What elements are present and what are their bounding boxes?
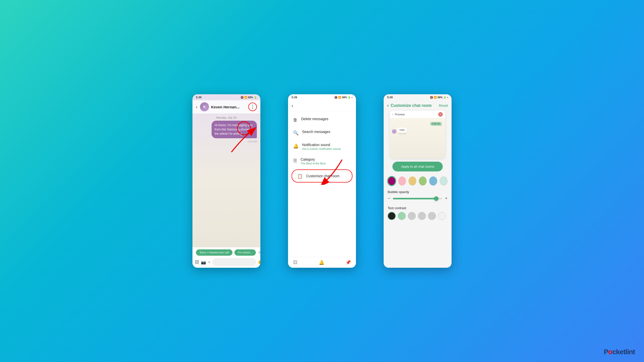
panel-chat: 5:39 🔇 📶 🔇 📶 68% 68% 🔋 ‹ K Keven Hernan.… <box>192 94 260 268</box>
color-mint[interactable] <box>440 176 448 186</box>
status-icons-1: 🔇 📶 🔇 📶 68% 68% 🔋 <box>240 96 257 99</box>
color-swatch-row <box>384 174 452 188</box>
reset-button[interactable]: Reset <box>439 104 448 108</box>
text-contrast-label: Text contrast <box>384 204 452 211</box>
color-pink-dark[interactable] <box>388 176 396 186</box>
back-icon-3[interactable]: ‹ <box>387 103 389 108</box>
color-pink-light[interactable] <box>398 176 406 186</box>
customize-title: Customize chat room <box>391 103 439 108</box>
preview-received: Hello 5:39 PM <box>392 128 443 135</box>
menu-label-category: Category <box>301 157 351 161</box>
contrast-gray1[interactable] <box>408 212 416 220</box>
time-1: 5:39 <box>196 96 202 99</box>
message-time: 3:49 PM <box>192 140 260 143</box>
quick-replies: Sorry, I missed your call I'm runnin... … <box>192 247 260 257</box>
pin-icon[interactable]: 📌 <box>345 260 351 265</box>
preview-avatar: H <box>438 112 443 117</box>
watermark: Pocketlint <box>604 348 635 356</box>
customize-icon: 📋 <box>297 173 303 179</box>
bubble-opacity-label: Bubble opacity <box>384 188 452 195</box>
menu-label-delete: Delete messages <box>301 117 351 121</box>
slider-plus-icon[interactable]: + <box>445 196 448 201</box>
menu-sublabel-category: The Best of the Best <box>301 162 351 165</box>
contrast-light[interactable] <box>438 212 446 220</box>
message-bubble: Hi Kevin, I'm messaging you from this Sa… <box>212 121 257 138</box>
settings-icon[interactable]: ⚙ <box>258 249 260 256</box>
gallery-icon[interactable]: 🖼 <box>195 260 199 264</box>
slider-minus-icon[interactable]: − <box>388 196 390 201</box>
menu-item-delete[interactable]: 🗑 Delete messages <box>288 113 356 126</box>
contrast-gray2[interactable] <box>418 212 426 220</box>
back-icon-2[interactable]: ‹ <box>292 103 293 109</box>
avatar: K <box>200 102 209 111</box>
preview-body: 5:38 PM Hello 5:39 PM <box>390 118 445 159</box>
status-bar-1: 5:39 🔇 📶 🔇 📶 68% 68% 🔋 <box>192 94 260 100</box>
time-2: 5:39 <box>292 96 297 99</box>
color-green[interactable] <box>419 176 427 186</box>
contrast-color-row <box>384 211 452 221</box>
status-bar-2: 5:39 🔇 📶 68% 🔋 • <box>288 94 356 100</box>
menu-sublabel-notification: Set a custom notification sound. <box>302 147 351 150</box>
bubble-opacity-slider[interactable] <box>393 198 442 199</box>
contrast-green[interactable] <box>398 212 406 220</box>
status-icons-2: 🔇 📶 68% 🔋 • <box>334 96 352 99</box>
preview-back-icon: ‹ <box>392 113 393 116</box>
quick-reply-1[interactable]: Sorry, I missed your call <box>196 249 232 256</box>
contact-name: Keven Hernan... <box>211 105 248 109</box>
gallery-icon-2[interactable]: 🖼 <box>293 260 298 265</box>
status-icons-3: 🔇 📶 68% 🔋 • <box>430 96 448 99</box>
apply-all-button[interactable]: Apply to all chat rooms <box>392 162 443 171</box>
chat-header: ‹ K Keven Hernan... ⋮ <box>192 100 260 114</box>
date-label: Monday, July 29 <box>192 114 260 121</box>
back-icon[interactable]: ‹ <box>196 104 197 110</box>
preview-sent-bubble: 5:38 PM <box>430 122 442 126</box>
bubble-opacity-slider-row: − + <box>384 195 452 204</box>
menu-label-customize: Customize chat room <box>306 174 339 178</box>
panel2-footer: 🖼 🔔 📌 <box>288 257 356 268</box>
panel2-header: ‹ <box>288 100 356 111</box>
menu-item-notification[interactable]: 🔔 Notification sound Set a custom notifi… <box>288 139 356 154</box>
time-3: 5:39 <box>387 96 393 99</box>
quick-reply-2[interactable]: I'm runnin... <box>234 249 256 256</box>
notification-icon: 🔔 <box>293 143 299 149</box>
menu-item-customize[interactable]: 📋 Customize chat room <box>292 169 352 183</box>
slider-fill <box>393 198 435 199</box>
menu-item-search[interactable]: 🔍 Search messages <box>288 126 356 139</box>
color-blue[interactable] <box>429 176 437 186</box>
color-yellow[interactable] <box>409 176 416 186</box>
contrast-gray3[interactable] <box>428 212 436 220</box>
menu-item-category[interactable]: ☰ Category The Best of the Best <box>288 154 356 168</box>
chat-footer: Sorry, I missed your call I'm runnin... … <box>192 247 260 268</box>
panel-customize: 5:39 🔇 📶 68% 🔋 • ‹ Customize chat room R… <box>384 94 452 268</box>
category-icon: ☰ <box>293 158 297 163</box>
panel-menu: 5:39 🔇 📶 68% 🔋 • ‹ 🗑 Delete messages <box>288 94 356 268</box>
search-icon: 🔍 <box>293 130 299 136</box>
slider-thumb[interactable] <box>434 196 438 201</box>
menu-label-notification: Notification sound <box>302 143 351 147</box>
preview-box: ‹ Preview H 5:38 PM Hello 5:39 PM <box>390 111 445 159</box>
status-bar-3: 5:39 🔇 📶 68% 🔋 • <box>384 94 452 100</box>
preview-recv-bubble: Hello <box>397 128 407 132</box>
emoji-icon[interactable]: 😊 <box>258 260 260 265</box>
bell-icon[interactable]: 🔔 <box>319 260 324 265</box>
menu-label-search: Search messages <box>302 130 351 134</box>
panel3-header: ‹ Customize chat room Reset <box>384 100 452 111</box>
preview-header: ‹ Preview H <box>390 111 445 118</box>
preview-recv-time: 5:39 PM <box>397 133 407 135</box>
delete-icon: 🗑 <box>293 117 298 123</box>
input-bar: 🖼 📷 + 😊 🎤 <box>192 257 260 268</box>
contrast-dark[interactable] <box>388 212 396 220</box>
camera-icon[interactable]: 📷 <box>201 260 206 265</box>
message-input[interactable] <box>212 258 256 266</box>
preview-contact-avatar <box>392 129 396 134</box>
add-icon[interactable]: + <box>208 260 210 264</box>
menu-list: 🗑 Delete messages 🔍 Search messages 🔔 No… <box>288 111 356 186</box>
more-options-button[interactable]: ⋮ <box>248 103 257 111</box>
preview-label: Preview <box>395 113 405 116</box>
